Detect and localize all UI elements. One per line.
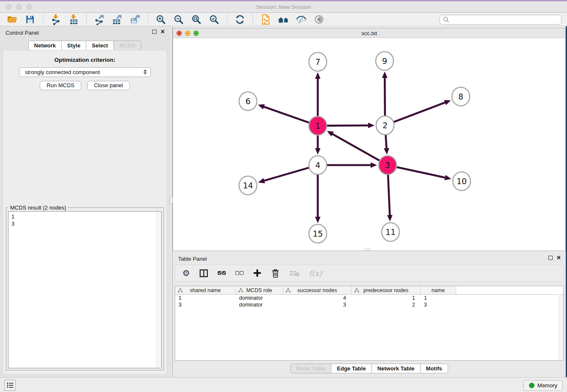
cell-successor-nodes[interactable]: 3 xyxy=(283,301,352,308)
hide-selected-button[interactable] xyxy=(295,14,308,25)
search-input[interactable] xyxy=(450,16,561,24)
mcds-result-text[interactable]: 13 xyxy=(8,211,162,368)
table-panel-float-icon[interactable] xyxy=(548,256,553,260)
homes-icon xyxy=(278,14,289,25)
table-panel-title: Table Panel xyxy=(178,256,207,262)
export-network-icon xyxy=(94,14,105,25)
delete-table-icon xyxy=(289,270,300,277)
show-all-button[interactable] xyxy=(313,14,325,25)
cell-shared-name[interactable]: 1 xyxy=(175,295,236,301)
graph-node-9[interactable]: 9 xyxy=(376,52,394,70)
tab-network-table[interactable]: Network Table xyxy=(372,364,421,373)
tab-mcds[interactable]: MCDS xyxy=(114,41,141,50)
graph-edge-2-3[interactable] xyxy=(385,135,386,149)
tab-network[interactable]: Network xyxy=(28,41,62,50)
zoom-selected-button[interactable] xyxy=(208,14,220,25)
deselect-all-rows-button[interactable] xyxy=(235,270,244,276)
memory-button[interactable]: Memory xyxy=(523,380,563,391)
select-all-rows-button[interactable] xyxy=(217,270,226,276)
graph-node-3[interactable]: 3 xyxy=(379,156,396,174)
graph-node-15[interactable]: 15 xyxy=(309,224,327,243)
control-panel-close-icon[interactable]: × xyxy=(161,29,165,34)
graph-edge-4-14[interactable] xyxy=(263,168,309,181)
graph-edge-1-2[interactable] xyxy=(327,125,369,126)
hierarchy-icon xyxy=(286,288,291,293)
zoom-in-icon xyxy=(156,14,166,25)
cell-MCDS-role[interactable]: dominator xyxy=(236,295,283,301)
network-window-titlebar[interactable]: × − + scc.txt xyxy=(173,28,565,38)
graph-node-7[interactable]: 7 xyxy=(309,52,327,71)
graph-edge-2-9[interactable] xyxy=(385,77,385,116)
canvas-resize-grip[interactable] xyxy=(364,248,371,250)
delete-columns-button[interactable] xyxy=(271,268,280,278)
edge-arrowhead xyxy=(368,123,374,128)
cell-shared-name[interactable]: 3 xyxy=(175,301,236,308)
table-row[interactable]: 3dominator323 xyxy=(175,301,563,308)
cell-name[interactable]: 3 xyxy=(421,301,456,308)
graph-edge-3-1[interactable] xyxy=(331,133,380,160)
column-header-successor-nodes[interactable]: successor nodes xyxy=(283,286,352,294)
export-network-button[interactable] xyxy=(93,14,106,25)
run-mcds-button[interactable]: Run MCDS xyxy=(40,81,81,90)
import-table-button[interactable] xyxy=(67,14,80,25)
show-columns-button[interactable] xyxy=(199,269,208,278)
zoom-in-button[interactable] xyxy=(154,14,167,25)
edge-arrowhead xyxy=(387,215,393,221)
result-scrollbar[interactable] xyxy=(156,212,161,368)
column-header-predecessor-nodes[interactable]: predecessor nodes xyxy=(352,286,421,294)
table-scrollbar[interactable] xyxy=(558,295,563,360)
tab-select[interactable]: Select xyxy=(86,41,114,50)
cell-name[interactable]: 1 xyxy=(421,295,456,301)
export-image-button[interactable] xyxy=(129,14,141,25)
function-builder-button[interactable]: f(x) xyxy=(309,269,322,278)
graph-node-14[interactable]: 14 xyxy=(239,176,257,195)
save-session-button[interactable] xyxy=(24,14,36,25)
graph-node-2[interactable]: 2 xyxy=(376,116,394,135)
column-header-name[interactable]: name xyxy=(421,286,456,294)
graph-node-1[interactable]: 1 xyxy=(309,116,327,135)
criterion-dropdown[interactable]: strongly connected component xyxy=(19,67,151,77)
task-history-button[interactable] xyxy=(4,380,16,391)
graph-node-11[interactable]: 11 xyxy=(382,223,399,241)
table-mode-gear-button[interactable]: ⚙ xyxy=(182,269,190,277)
new-network-from-selection-button[interactable] xyxy=(259,14,272,25)
column-header-MCDS-role[interactable]: MCDS role xyxy=(236,286,283,294)
control-panel-float-icon[interactable] xyxy=(152,30,157,34)
export-table-button[interactable] xyxy=(111,14,124,25)
vertical-splitter[interactable] xyxy=(170,26,173,377)
column-header-shared-name[interactable]: shared name xyxy=(175,286,236,294)
table-row[interactable]: 1dominator411 xyxy=(175,295,563,301)
close-panel-button[interactable]: Close panel xyxy=(87,81,130,90)
add-column-button[interactable] xyxy=(253,269,261,277)
cell-MCDS-role[interactable]: dominator xyxy=(236,301,283,308)
graph-edge-3-10[interactable] xyxy=(396,167,446,178)
graph-node-6[interactable]: 6 xyxy=(239,92,257,110)
delete-table-button[interactable] xyxy=(289,270,300,277)
graph-node-10[interactable]: 10 xyxy=(453,172,471,190)
graph-node-4[interactable]: 4 xyxy=(309,156,327,174)
table-panel-close-icon[interactable]: × xyxy=(557,255,561,260)
open-session-button[interactable] xyxy=(6,14,19,25)
apply-layout-button[interactable] xyxy=(234,14,246,25)
graph-edge-2-8[interactable] xyxy=(394,102,446,122)
edge-arrowhead xyxy=(258,178,265,183)
tab-style[interactable]: Style xyxy=(62,41,86,50)
homes-button[interactable] xyxy=(277,14,290,25)
tab-motifs[interactable]: Motifs xyxy=(421,364,448,373)
network-canvas[interactable]: 1234678910111415 xyxy=(173,38,565,251)
network-window-title: scc.txt xyxy=(173,30,565,36)
cell-successor-nodes[interactable]: 4 xyxy=(283,295,352,301)
graph-edge-1-6[interactable] xyxy=(263,106,309,122)
zoom-fit-button[interactable] xyxy=(190,14,203,25)
graph-node-8[interactable]: 8 xyxy=(452,87,470,106)
toolbar-search-field[interactable] xyxy=(440,15,561,25)
cell-predecessor-nodes[interactable]: 2 xyxy=(352,301,421,308)
graph-edge-3-11[interactable] xyxy=(388,174,390,216)
import-network-button[interactable] xyxy=(50,14,62,25)
node-label: 11 xyxy=(385,227,396,237)
cell-predecessor-nodes[interactable]: 1 xyxy=(352,295,421,301)
tab-node-table[interactable]: Node Table xyxy=(290,364,331,373)
main-toolbar xyxy=(0,13,567,26)
zoom-out-button[interactable] xyxy=(172,14,185,25)
tab-edge-table[interactable]: Edge Table xyxy=(331,364,372,373)
